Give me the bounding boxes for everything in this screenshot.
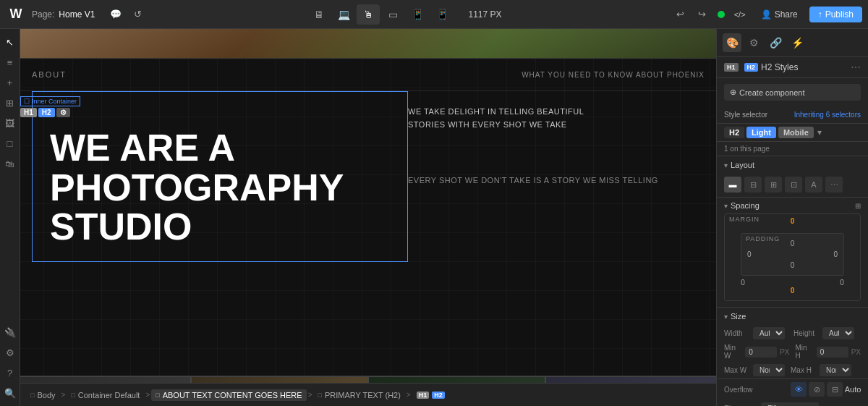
min-w-input[interactable] — [745, 347, 777, 358]
redo-btn[interactable]: ↪ — [693, 5, 712, 24]
max-h-label: Max H — [791, 366, 817, 374]
style-tab[interactable]: 🎨 — [723, 33, 741, 52]
h1h2-badge-row: H1 H2 ⚙ — [20, 108, 70, 117]
layout-label: Layout — [731, 161, 754, 169]
layers-icon[interactable]: ≡ — [1, 54, 19, 71]
overflow-visible-btn[interactable]: 👁 — [791, 382, 807, 397]
fit-more-icon[interactable]: ⋯ — [851, 403, 861, 407]
sel-mobile-btn[interactable]: Mobile — [778, 127, 814, 138]
sel-light-btn[interactable]: Light — [746, 127, 776, 138]
display-text-btn[interactable]: A — [805, 177, 822, 193]
overflow-hidden-btn[interactable]: ⊘ — [809, 382, 825, 397]
monitor-btn[interactable]: 🖱 — [357, 4, 380, 25]
shop-icon[interactable]: 🛍 — [1, 155, 19, 172]
main-area: ↖ ≡ + ⊞ 🖼 □ 🛍 🔌 ⚙ ? 🔍 ABO — [0, 29, 868, 406]
display-flex-btn[interactable]: ⊟ — [744, 177, 762, 193]
puzzle-icon[interactable]: 🔌 — [1, 323, 19, 341]
body-icon: □ — [30, 392, 34, 399]
help-icon[interactable]: ? — [1, 364, 19, 381]
margin-bottom-val[interactable]: 0 — [791, 287, 795, 295]
width-select[interactable]: Auto%PX — [753, 327, 785, 339]
topbar-logo: W — [6, 4, 26, 25]
fit-select[interactable]: FillContainCover — [761, 402, 819, 406]
size-section-header[interactable]: ▾ Size — [717, 308, 868, 325]
component-icon: ⊕ — [730, 88, 736, 97]
sel-chevron-icon[interactable]: ▾ — [817, 127, 822, 138]
about-section: ABOUT WHAT YOU NEED TO KNOW ABOUT PHOENI… — [20, 58, 716, 376]
padding-bottom-val[interactable]: 0 — [747, 261, 838, 269]
left-sidebar: ↖ ≡ + ⊞ 🖼 □ 🛍 🔌 ⚙ ? 🔍 — [0, 29, 20, 406]
margin-right-val[interactable]: 0 — [831, 279, 853, 287]
page-name: Home V1 — [59, 9, 95, 20]
padding-right-val[interactable]: 0 — [833, 250, 838, 258]
history-icon[interactable]: ↺ — [128, 5, 147, 24]
breadcrumb-body[interactable]: □ Body — [26, 389, 60, 401]
publish-label: Publish — [825, 9, 854, 20]
main-headline: WE ARE A PHOTOGRAPHY STUDIO — [32, 91, 408, 262]
publish-btn[interactable]: ↑ Publish — [809, 7, 862, 22]
spacing-label: Spacing — [731, 201, 760, 210]
display-more-btn[interactable]: ⋯ — [825, 177, 843, 193]
box-icon[interactable]: □ — [1, 135, 19, 152]
settings-icon[interactable]: ⚙ — [1, 344, 19, 361]
undo-redo: ↩ ↪ — [671, 5, 712, 24]
sel-h2-btn[interactable]: H2 — [724, 127, 744, 138]
anim-tab[interactable]: ⚡ — [788, 33, 807, 52]
h2-badge[interactable]: H2 — [38, 108, 55, 117]
spacing-expand-icon[interactable]: ⊞ — [855, 202, 861, 210]
breadcrumb-about-text[interactable]: □ ABOUT TEXT CONTENT GOES HERE — [151, 389, 306, 401]
spacing-header[interactable]: ▾ Spacing ⊞ — [717, 198, 868, 213]
display-abs-btn[interactable]: ⊡ — [785, 177, 802, 193]
headline-line1: WE ARE A — [50, 128, 390, 168]
desktop-btn[interactable]: 🖥 — [307, 4, 331, 25]
tablet-btn[interactable]: 📱 — [406, 4, 429, 25]
settings-tab[interactable]: ⚙ — [744, 33, 763, 52]
spacing-section: ▾ Spacing ⊞ MARGIN 0 PADDING 0 — [717, 198, 868, 308]
breadcrumb-container[interactable]: □ Container Default — [67, 389, 144, 401]
code-toggle[interactable]: </> — [731, 5, 749, 24]
max-h-select[interactable]: None%PX — [820, 364, 851, 376]
tablet-small-btn[interactable]: ▭ — [381, 4, 404, 25]
undo-btn[interactable]: ↩ — [671, 5, 690, 24]
min-h-unit: PX — [851, 348, 861, 356]
about-nav-right: WHAT YOU NEED TO KNOW ABOUT PHOENIX — [522, 71, 705, 79]
h1-badge[interactable]: H1 — [20, 108, 37, 117]
gear-badge[interactable]: ⚙ — [56, 108, 70, 117]
cursor-icon[interactable]: ↖ — [1, 33, 19, 51]
panel-h2-badge: H2 — [744, 63, 759, 72]
layout-section-header[interactable]: ▾ Layout — [717, 156, 868, 174]
panel-tabs: 🎨 ⚙ 🔗 ⚡ — [717, 29, 868, 57]
display-block-btn[interactable]: ▬ — [724, 177, 741, 193]
laptop-btn[interactable]: 💻 — [332, 4, 355, 25]
breadcrumb-primary-text[interactable]: □ PRIMARY TEXT (H2) — [313, 389, 404, 401]
height-label: Height — [793, 329, 820, 337]
chat-icon[interactable]: 💬 — [106, 5, 125, 24]
min-h-input[interactable] — [817, 347, 848, 358]
max-w-select[interactable]: None%PX — [753, 364, 785, 376]
display-grid-btn[interactable]: ⊞ — [765, 177, 782, 193]
share-icon: 👤 — [761, 9, 772, 20]
about-icon: □ — [156, 392, 159, 399]
h1-tag: H1 — [417, 392, 430, 399]
overflow-row: Overflow 👁 ⊘ ⊟ Auto — [717, 379, 868, 399]
mobile-btn[interactable]: 📱 — [430, 4, 454, 25]
photo-2 — [191, 376, 368, 383]
add-icon[interactable]: + — [1, 74, 19, 91]
display-row: ▬ ⊟ ⊞ ⊡ A ⋯ — [717, 174, 868, 198]
panel-more-icon[interactable]: ⋯ — [851, 62, 861, 73]
image-icon[interactable]: 🖼 — [1, 114, 19, 132]
share-btn[interactable]: 👤 Share — [755, 7, 804, 22]
height-select[interactable]: Auto%PX — [822, 327, 854, 339]
grid-icon[interactable]: ⊞ — [1, 94, 19, 111]
photos-strip — [20, 376, 716, 383]
breadcrumb-h1h2[interactable]: H1 H2 — [412, 390, 449, 400]
margin-top-val[interactable]: 0 — [791, 217, 795, 225]
overflow-scroll-btn[interactable]: ⊟ — [827, 382, 843, 397]
interact-tab[interactable]: 🔗 — [766, 33, 785, 52]
online-indicator — [718, 11, 725, 18]
padding-left-val[interactable]: 0 — [747, 250, 752, 258]
create-component-btn[interactable]: ⊕ Create component — [724, 84, 861, 101]
about-nav-left: ABOUT — [32, 70, 67, 79]
margin-left-val[interactable]: 0 — [732, 279, 754, 287]
search-icon[interactable]: 🔍 — [1, 384, 19, 402]
